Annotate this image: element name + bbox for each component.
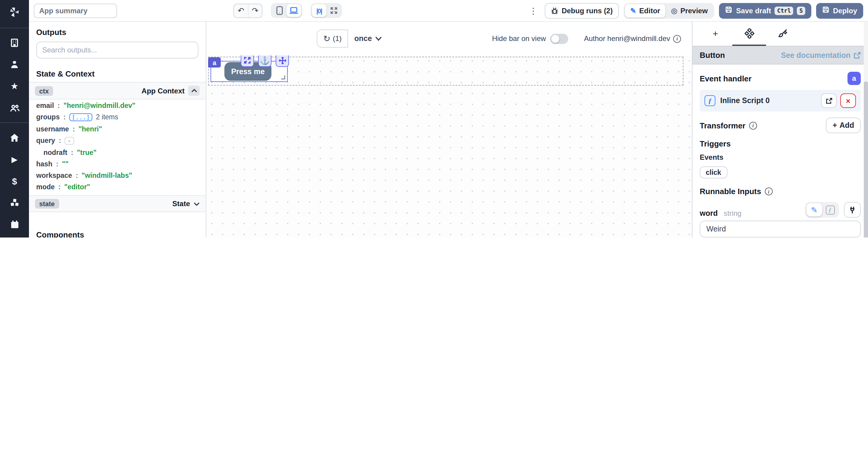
- input-type: string: [724, 209, 742, 217]
- inspector-tabs: +: [692, 22, 868, 46]
- string-value: "henri": [79, 125, 102, 132]
- state-section-header[interactable]: state State: [29, 195, 206, 212]
- search-outputs-input[interactable]: [36, 42, 198, 59]
- plug-icon: [849, 206, 856, 214]
- info-icon[interactable]: i: [765, 188, 773, 195]
- info-icon[interactable]: i: [673, 35, 681, 42]
- inline-script-label: Inline Script 0: [720, 96, 770, 105]
- state-badge: state: [35, 199, 59, 209]
- ctx-row-nodraft: nodraft:"true": [29, 146, 206, 158]
- debug-runs-label: Debug runs (2): [562, 6, 613, 15]
- app-summary-input[interactable]: [34, 3, 117, 18]
- refresh-button[interactable]: ↻ (1): [317, 30, 348, 47]
- state-expand-button[interactable]: [194, 200, 200, 207]
- add-transformer-button[interactable]: + Add: [826, 117, 861, 133]
- tab-styling[interactable]: [766, 22, 800, 46]
- deploy-button[interactable]: Deploy: [816, 3, 863, 19]
- empty-object-badge[interactable]: -: [65, 137, 74, 144]
- scrollbar-thumb[interactable]: [864, 81, 868, 238]
- component-tag-a[interactable]: a: [208, 57, 221, 68]
- fullwidth-layout-button[interactable]: [326, 4, 341, 17]
- key-label: mode: [36, 183, 55, 190]
- schedules-calendar-icon[interactable]: [0, 216, 29, 232]
- resize-handle[interactable]: [281, 75, 285, 79]
- expand-component-button[interactable]: [241, 56, 254, 67]
- preview-tab[interactable]: ◎Preview: [665, 4, 713, 17]
- hide-bar-toggle[interactable]: [550, 33, 568, 44]
- function-icon: ƒ: [826, 205, 835, 214]
- main-column: ↶ ↷ |0| ⋮ Debug runs (2): [29, 0, 868, 238]
- tab-insert-component[interactable]: +: [699, 22, 732, 46]
- eval-mode-button[interactable]: ƒ: [822, 203, 838, 216]
- center-layout-button[interactable]: |0|: [312, 4, 326, 17]
- undo-button[interactable]: ↶: [234, 4, 248, 17]
- canvas-column: ↻ (1) once Hide bar on view Author henri…: [206, 22, 692, 238]
- word-field-header: word string ✎ ƒ: [700, 202, 861, 217]
- string-value: "editor": [64, 183, 90, 190]
- external-link-icon: [826, 97, 832, 104]
- state-type-label: State: [172, 200, 190, 208]
- word-input[interactable]: [700, 220, 861, 238]
- components-title: Components: [29, 226, 206, 238]
- groups-icon[interactable]: [0, 100, 29, 116]
- external-link-icon: [854, 52, 861, 59]
- ctx-section-header[interactable]: ctx App Context: [29, 82, 206, 99]
- debug-runs-button[interactable]: Debug runs (2): [545, 3, 619, 19]
- plus-icon: +: [833, 121, 837, 130]
- colon: :: [58, 183, 61, 190]
- windmill-logo[interactable]: [0, 0, 29, 24]
- save-draft-button[interactable]: Save draft Ctrl S: [719, 3, 811, 19]
- ctx-badge: ctx: [35, 86, 53, 96]
- transformer-title: Transformer: [700, 121, 746, 130]
- inspector-header: Button See documentation: [692, 46, 868, 65]
- inline-script-row[interactable]: ƒ Inline Script 0 ×: [700, 90, 861, 111]
- user-icon[interactable]: [0, 57, 29, 72]
- string-value: "": [62, 160, 68, 167]
- inspector-panel: + Button See documentation Event handler…: [692, 22, 868, 238]
- tab-component-settings[interactable]: [732, 22, 766, 46]
- redo-button[interactable]: ↷: [248, 4, 262, 17]
- deploy-label: Deploy: [833, 6, 857, 15]
- canvas-toolbar: ↻ (1) once Hide bar on view Author henri…: [206, 22, 692, 56]
- ctx-row-workspace: workspace:"windmill-labs": [29, 169, 206, 181]
- info-icon[interactable]: i: [749, 122, 757, 129]
- open-script-button[interactable]: [821, 94, 837, 108]
- refresh-mode-value: once: [354, 34, 372, 43]
- save-icon: [725, 6, 733, 15]
- colon: :: [71, 148, 73, 156]
- pencil-icon: ✎: [811, 205, 818, 214]
- see-documentation-label: See documentation: [781, 51, 850, 59]
- home-icon[interactable]: [0, 130, 29, 145]
- workspace-icon[interactable]: [0, 35, 29, 50]
- mobile-view-button[interactable]: [272, 4, 286, 17]
- canvas-grid[interactable]: a Press me ⚓ − 100% +: [206, 56, 692, 238]
- inspector-scrollbar[interactable]: [864, 22, 868, 238]
- chevron-down-icon: [194, 202, 200, 206]
- chevron-up-icon: [191, 89, 197, 93]
- move-component-button[interactable]: [276, 56, 289, 67]
- ctx-row-query: query:-: [29, 134, 206, 146]
- connect-input-button[interactable]: [844, 202, 861, 217]
- expand-array-badge[interactable]: [...]: [69, 113, 92, 121]
- event-click-pill[interactable]: click: [700, 166, 727, 178]
- remove-script-button[interactable]: ×: [840, 94, 856, 108]
- variables-dollar-icon[interactable]: $: [0, 173, 29, 189]
- topbar: ↶ ↷ |0| ⋮ Debug runs (2): [29, 0, 868, 22]
- see-documentation-link[interactable]: See documentation: [781, 51, 861, 59]
- resources-cubes-icon[interactable]: [0, 195, 29, 210]
- key-label: nodraft: [43, 148, 67, 156]
- colon: :: [63, 113, 66, 121]
- ctx-row-mode: mode:"editor": [29, 181, 206, 192]
- colon: :: [76, 171, 78, 179]
- runs-play-icon[interactable]: ▶: [0, 151, 29, 167]
- editor-tab-label: Editor: [640, 6, 660, 15]
- favorites-star-icon[interactable]: ★: [0, 78, 29, 94]
- static-mode-button[interactable]: ✎: [806, 203, 822, 216]
- ctx-collapse-button[interactable]: [188, 86, 200, 96]
- more-menu-kebab-icon[interactable]: ⋮: [527, 6, 540, 15]
- desktop-view-button[interactable]: [286, 4, 301, 17]
- string-value: "windmill-labs": [82, 171, 132, 179]
- anchor-component-button[interactable]: ⚓: [258, 56, 272, 67]
- editor-tab[interactable]: ✎Editor: [625, 4, 665, 17]
- refresh-mode-select[interactable]: once: [348, 34, 388, 43]
